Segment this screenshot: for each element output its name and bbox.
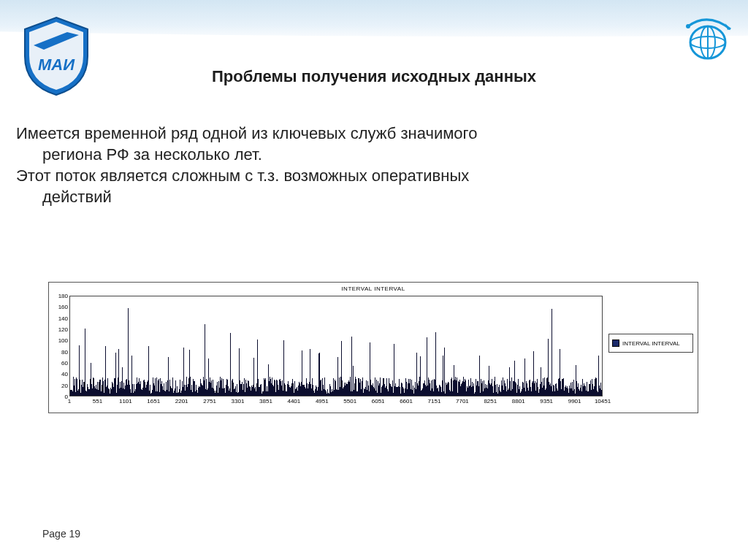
chart-bars <box>70 296 602 396</box>
y-tick-label: 20 <box>52 382 68 388</box>
x-tick-label: 1651 <box>147 398 160 404</box>
y-tick-label: 120 <box>52 326 68 333</box>
x-tick-label: 4951 <box>316 398 329 404</box>
x-tick-label: 10451 <box>595 398 611 404</box>
x-axis-labels: 1551110116512201275133013851440149515501… <box>69 398 603 407</box>
y-tick-label: 180 <box>52 293 68 299</box>
x-tick-label: 1 <box>68 398 71 404</box>
y-tick-label: 100 <box>52 337 68 344</box>
y-tick-label: 0 <box>52 394 68 400</box>
x-tick-label: 8251 <box>484 398 497 404</box>
body-line2b: действий <box>16 186 719 207</box>
y-tick-label: 140 <box>52 315 68 321</box>
legend-label: INTERVAL INTERVAL <box>622 340 680 347</box>
x-tick-label: 9351 <box>540 398 553 404</box>
x-tick-label: 1101 <box>119 398 132 404</box>
body-line1: Имеется временной ряд одной из ключевых … <box>16 124 477 142</box>
legend-swatch-icon <box>612 340 619 347</box>
y-tick-label: 40 <box>52 371 68 377</box>
x-tick-label: 6601 <box>400 398 413 404</box>
chart-plot-area <box>69 296 603 396</box>
x-tick-label: 7151 <box>428 398 441 404</box>
slide-title: Проблемы получения исходных данных <box>0 67 748 86</box>
x-tick-label: 8801 <box>512 398 525 404</box>
chart-legend: INTERVAL INTERVAL <box>608 334 693 353</box>
y-axis-labels: 020406080100120140160180 <box>52 296 68 396</box>
x-tick-label: 7701 <box>456 398 469 404</box>
svg-point-4 <box>686 24 690 28</box>
y-tick-label: 160 <box>52 304 68 310</box>
header-sweep <box>0 0 748 42</box>
y-tick-label: 60 <box>52 360 68 367</box>
body-text: Имеется временной ряд одной из ключевых … <box>16 123 719 207</box>
x-tick-label: 3301 <box>232 398 245 404</box>
body-line2: Этот поток является сложным с т.з. возмо… <box>16 166 469 185</box>
x-tick-label: 6051 <box>372 398 385 404</box>
x-tick-label: 2751 <box>203 398 216 404</box>
x-tick-label: 2201 <box>175 398 188 404</box>
chart-title: INTERVAL INTERVAL <box>49 283 698 294</box>
x-tick-label: 5501 <box>343 398 356 404</box>
x-tick-label: 9901 <box>568 398 581 404</box>
x-tick-label: 3851 <box>259 398 272 404</box>
x-tick-label: 551 <box>93 398 102 404</box>
page-number: Page 19 <box>42 528 80 540</box>
y-tick-label: 80 <box>52 348 68 355</box>
body-line1b: региона РФ за несколько лет. <box>16 144 719 165</box>
chart-frame: INTERVAL INTERVAL 0204060801001201401601… <box>48 282 698 413</box>
globe-logo <box>682 15 733 66</box>
x-tick-label: 4401 <box>287 398 300 404</box>
